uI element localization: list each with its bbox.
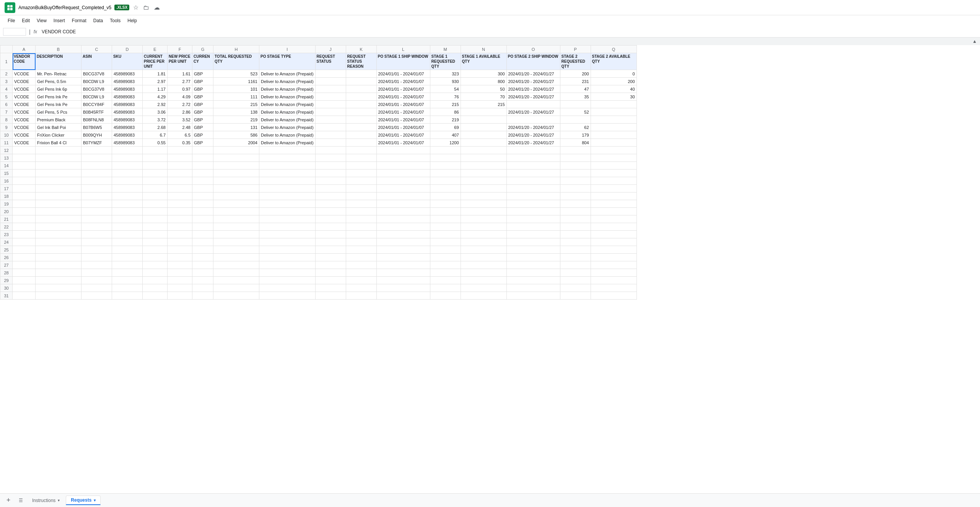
empty-cell-G-20[interactable] — [192, 208, 213, 215]
empty-cell-H-20[interactable] — [213, 208, 259, 215]
empty-cell-Q-31[interactable] — [591, 292, 637, 300]
cell-C-9[interactable]: B07B6W5 — [81, 124, 112, 131]
empty-cell-C-14[interactable] — [81, 162, 112, 170]
empty-cell-O-23[interactable] — [506, 231, 560, 238]
cell-F-5[interactable]: 4.09 — [168, 93, 192, 101]
empty-cell-P-30[interactable] — [560, 284, 591, 292]
empty-cell-G-16[interactable] — [192, 177, 213, 185]
empty-cell-I-16[interactable] — [259, 177, 316, 185]
cell-D-8[interactable]: 458989083 — [112, 116, 143, 124]
cell-A-5[interactable]: VCODE — [13, 93, 36, 101]
empty-cell-D-21[interactable] — [112, 215, 143, 223]
empty-cell-C-19[interactable] — [81, 200, 112, 208]
cell-K-11[interactable] — [346, 139, 376, 147]
empty-cell-B-17[interactable] — [36, 185, 81, 192]
empty-cell-A-23[interactable] — [13, 231, 36, 238]
empty-cell-K-28[interactable] — [346, 269, 376, 277]
empty-cell-F-26[interactable] — [168, 254, 192, 261]
empty-cell-G-12[interactable] — [192, 147, 213, 154]
empty-cell-L-14[interactable] — [376, 162, 430, 170]
empty-cell-C-20[interactable] — [81, 208, 112, 215]
empty-cell-N-16[interactable] — [461, 177, 506, 185]
empty-cell-E-25[interactable] — [143, 246, 168, 254]
cell-F-7[interactable]: 2.86 — [168, 108, 192, 116]
empty-cell-C-15[interactable] — [81, 170, 112, 177]
empty-cell-K-19[interactable] — [346, 200, 376, 208]
cell-N-2[interactable]: 300 — [461, 70, 506, 78]
empty-cell-J-17[interactable] — [315, 185, 346, 192]
menu-item-format[interactable]: Format — [69, 17, 90, 24]
cell-P-9[interactable]: 62 — [560, 124, 591, 131]
cell-H-9[interactable]: 131 — [213, 124, 259, 131]
empty-cell-C-17[interactable] — [81, 185, 112, 192]
empty-cell-H-19[interactable] — [213, 200, 259, 208]
cell-A-10[interactable]: VCODE — [13, 131, 36, 139]
empty-cell-G-15[interactable] — [192, 170, 213, 177]
empty-cell-D-13[interactable] — [112, 154, 143, 162]
empty-cell-I-12[interactable] — [259, 147, 316, 154]
cell-E-5[interactable]: 4.29 — [143, 93, 168, 101]
empty-cell-J-21[interactable] — [315, 215, 346, 223]
empty-cell-P-29[interactable] — [560, 277, 591, 284]
empty-cell-E-24[interactable] — [143, 238, 168, 246]
empty-cell-L-24[interactable] — [376, 238, 430, 246]
col-header-F[interactable]: F — [168, 46, 192, 53]
tab-dropdown-arrow[interactable]: ▾ — [94, 498, 96, 501]
cell-D-9[interactable]: 458989083 — [112, 124, 143, 131]
cell-E-10[interactable]: 6.7 — [143, 131, 168, 139]
empty-cell-A-12[interactable] — [13, 147, 36, 154]
empty-cell-M-18[interactable] — [430, 192, 461, 200]
empty-cell-B-20[interactable] — [36, 208, 81, 215]
empty-cell-A-28[interactable] — [13, 269, 36, 277]
empty-cell-H-21[interactable] — [213, 215, 259, 223]
empty-cell-I-13[interactable] — [259, 154, 316, 162]
empty-cell-A-31[interactable] — [13, 292, 36, 300]
header-cell-I[interactable]: PO STAGE TYPE — [259, 53, 316, 70]
cell-P-8[interactable] — [560, 116, 591, 124]
header-cell-C[interactable]: ASIN — [81, 53, 112, 70]
cell-N-7[interactable] — [461, 108, 506, 116]
cell-C-8[interactable]: B08FNLN8 — [81, 116, 112, 124]
empty-cell-C-21[interactable] — [81, 215, 112, 223]
cell-M-7[interactable]: 86 — [430, 108, 461, 116]
empty-cell-D-24[interactable] — [112, 238, 143, 246]
menu-item-tools[interactable]: Tools — [107, 17, 124, 24]
cell-L-6[interactable]: 2024/01/01 - 2024/01/07 — [376, 101, 430, 108]
empty-cell-K-23[interactable] — [346, 231, 376, 238]
empty-cell-N-19[interactable] — [461, 200, 506, 208]
empty-cell-C-13[interactable] — [81, 154, 112, 162]
empty-cell-A-27[interactable] — [13, 261, 36, 269]
empty-cell-J-24[interactable] — [315, 238, 346, 246]
cell-J-10[interactable] — [315, 131, 346, 139]
cell-I-7[interactable]: Deliver to Amazon (Prepaid) — [259, 108, 316, 116]
empty-cell-N-26[interactable] — [461, 254, 506, 261]
folder-icon[interactable]: 🗀 — [142, 3, 150, 12]
cell-G-6[interactable]: GBP — [192, 101, 213, 108]
cell-K-9[interactable] — [346, 124, 376, 131]
empty-cell-G-25[interactable] — [192, 246, 213, 254]
cell-G-5[interactable]: GBP — [192, 93, 213, 101]
cloud-icon[interactable]: ☁ — [153, 3, 161, 12]
empty-cell-K-18[interactable] — [346, 192, 376, 200]
empty-cell-O-21[interactable] — [506, 215, 560, 223]
empty-cell-B-13[interactable] — [36, 154, 81, 162]
cell-P-7[interactable]: 52 — [560, 108, 591, 116]
cell-B-9[interactable]: Gel Ink Ball Poi — [36, 124, 81, 131]
cell-I-9[interactable]: Deliver to Amazon (Prepaid) — [259, 124, 316, 131]
empty-cell-A-30[interactable] — [13, 284, 36, 292]
empty-cell-E-26[interactable] — [143, 254, 168, 261]
empty-cell-E-29[interactable] — [143, 277, 168, 284]
empty-cell-E-17[interactable] — [143, 185, 168, 192]
empty-cell-D-23[interactable] — [112, 231, 143, 238]
empty-cell-J-12[interactable] — [315, 147, 346, 154]
empty-cell-D-12[interactable] — [112, 147, 143, 154]
empty-cell-O-18[interactable] — [506, 192, 560, 200]
menu-item-edit[interactable]: Edit — [19, 17, 33, 24]
empty-cell-I-19[interactable] — [259, 200, 316, 208]
empty-cell-N-12[interactable] — [461, 147, 506, 154]
empty-cell-N-28[interactable] — [461, 269, 506, 277]
cell-N-8[interactable] — [461, 116, 506, 124]
empty-cell-P-18[interactable] — [560, 192, 591, 200]
menu-item-data[interactable]: Data — [90, 17, 106, 24]
empty-cell-O-27[interactable] — [506, 261, 560, 269]
